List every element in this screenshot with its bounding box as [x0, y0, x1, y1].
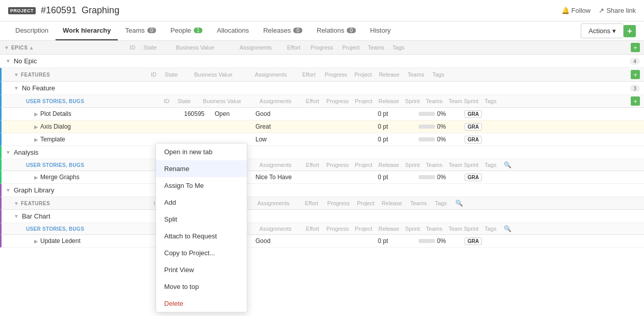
story-project-axis: GRA [460, 120, 496, 133]
bar-chart-expand[interactable]: ▼ [14, 213, 19, 219]
story-row-plot-details: ▶ Plot Details 160595 Open Good 0 pt 0% … [0, 108, 644, 120]
epics-label: EPICS [11, 45, 28, 51]
story-name-update-ledent: ▶ Update Ledent [2, 235, 180, 247]
story-row-merge-graphs: ▶ Merge Graphs Nice To Have 0 pt 0% GRA [0, 171, 644, 184]
story-expand-merge[interactable]: ▶ [34, 175, 38, 180]
col-project: Project [338, 44, 364, 51]
menu-item-assign-to-me[interactable]: Assign To Me [156, 177, 247, 194]
menu-item-rename[interactable]: Rename [156, 160, 247, 177]
page-header: PROJECT #160591 Graphing 🔔 Follow ↗ Shar… [0, 0, 644, 21]
tab-people[interactable]: People 1 [163, 21, 210, 40]
col-state: State [139, 44, 161, 51]
story-bv-template: Low [251, 133, 313, 145]
no-epic-row: ▼ No Epic 4 [0, 55, 644, 68]
menu-item-print-view[interactable]: Print View [156, 261, 247, 278]
no-feature-label: No Feature [22, 84, 55, 92]
graph-lib-expand[interactable]: ▼ [6, 187, 11, 193]
story-name-template: ▶ Template [2, 133, 180, 145]
features-header: ▼ FEATURES ID State Business Value Assig… [0, 68, 644, 82]
context-menu: Open in new tab Rename Assign To Me Add … [156, 143, 247, 306]
epics-expand-icon[interactable]: ▼ [4, 45, 9, 51]
menu-item-delete[interactable]: Delete [156, 295, 247, 306]
no-feature-expand[interactable]: ▼ [14, 85, 19, 91]
story-bv-plot: Good [251, 108, 313, 120]
tab-description[interactable]: Description [8, 21, 56, 40]
tab-history[interactable]: History [363, 21, 398, 40]
epics-section-header: ▼ EPICS ▲ ID State Business Value Assign… [0, 41, 644, 55]
analysis-expand[interactable]: ▼ [6, 150, 11, 155]
features-label: FEATURES [21, 72, 50, 78]
tabs-bar: Description Work hierarchy Teams 0 Peopl… [0, 21, 644, 41]
story-expand-update[interactable]: ▶ [34, 238, 38, 244]
follow-button[interactable]: 🔔 Follow [561, 7, 591, 14]
graph-lib-features-expand[interactable]: ▼ [14, 201, 19, 206]
bell-icon: 🔔 [561, 7, 570, 14]
bar-chart-label: Bar Chart [22, 212, 50, 220]
story-effort-axis: 0 pt [374, 120, 415, 133]
menu-item-attach-to-request[interactable]: Attach to Request [156, 228, 247, 245]
story-expand-axis[interactable]: ▶ [34, 124, 38, 130]
col-effort: Effort [282, 44, 305, 51]
share-button[interactable]: ↗ Share link [599, 7, 636, 14]
no-feature-row: ▼ No Feature 3 [0, 82, 644, 95]
graph-lib-features-header: ▼ FEATURES ID State Business Value Assig… [0, 197, 644, 210]
share-icon: ↗ [599, 7, 604, 14]
story-effort-template: 0 pt [374, 133, 415, 145]
graph-lib-features-label: FEATURES [21, 201, 50, 206]
story-project-plot: GRA [460, 108, 496, 120]
story-expand-plot[interactable]: ▶ [34, 111, 38, 117]
story-progress-axis: 0% [415, 120, 460, 133]
col-tags: Tags [389, 44, 408, 51]
add-feature-button[interactable]: + [631, 70, 640, 79]
menu-item-move-to-top[interactable]: Move to top [156, 278, 247, 295]
story-state-plot: Open [211, 108, 251, 120]
analysis-search-icon[interactable]: 🔍 [504, 161, 512, 169]
add-story-button[interactable]: + [631, 96, 640, 106]
analysis-row: ▼ Analysis [0, 146, 644, 159]
tab-teams[interactable]: Teams 0 [118, 21, 163, 40]
user-stories-label: USER STORIES, BUGS [26, 99, 84, 104]
analysis-stories-header: USER STORIES, BUGS ID State Business Val… [0, 159, 644, 171]
menu-item-add[interactable]: Add [156, 194, 247, 211]
story-id-plot: 160595 [180, 108, 211, 120]
no-epic-expand[interactable]: ▼ [6, 58, 11, 64]
issue-id: #160591 [41, 5, 76, 16]
story-row-axis-dialog: ▶ Axis Dialog Great 0 pt 0% GRA [0, 120, 644, 133]
analysis-label: Analysis [14, 149, 38, 156]
tab-relations[interactable]: Relations 0 [310, 21, 363, 40]
actions-button[interactable]: Actions ▾ [581, 23, 624, 38]
content-area: ▼ EPICS ▲ ID State Business Value Assign… [0, 41, 644, 306]
bar-chart-row: ▼ Bar Chart [0, 210, 644, 223]
analysis-stories-label: USER STORIES, BUGS [26, 162, 84, 168]
no-epic-count: 4 [630, 58, 640, 65]
tab-releases[interactable]: Releases 0 [256, 21, 310, 40]
graph-library-row: ▼ Graph Library [0, 184, 644, 197]
story-row-update-ledent: ▶ Update Ledent Good 0 pt 0% GRA [0, 235, 644, 248]
story-row-template: ▶ Template Low 0 pt 0% GRA [0, 133, 644, 146]
no-epic-label: No Epic [14, 57, 37, 65]
menu-item-open-new-tab[interactable]: Open in new tab [156, 143, 247, 160]
col-teams: Teams [364, 44, 388, 51]
header-actions: 🔔 Follow ↗ Share link [561, 7, 636, 14]
story-name-plot-details: ▶ Plot Details [2, 108, 180, 120]
no-feature-count: 3 [630, 85, 640, 92]
story-progress-plot: 0% [415, 108, 460, 120]
story-progress-template: 0% [415, 133, 460, 145]
features-expand-icon[interactable]: ▼ [14, 72, 19, 78]
story-effort-plot: 0 pt [374, 108, 415, 120]
add-epic-button[interactable]: + [631, 43, 640, 52]
add-main-button[interactable]: + [624, 25, 636, 37]
epics-sort-icon: ▲ [29, 45, 34, 51]
menu-item-copy-to-project[interactable]: Copy to Project... [156, 245, 247, 261]
story-name-axis-dialog: ▶ Axis Dialog [2, 120, 180, 133]
graph-library-label: Graph Library [14, 186, 54, 194]
menu-item-split[interactable]: Split [156, 211, 247, 228]
bar-chart-stories-header: USER STORIES, BUGS ID State Business Val… [0, 223, 644, 235]
col-assign: Assignments [229, 44, 282, 51]
graph-lib-search-icon[interactable]: 🔍 [455, 199, 463, 207]
tab-work-hierarchy[interactable]: Work hierarchy [56, 21, 118, 40]
bar-chart-search-icon[interactable]: 🔍 [504, 225, 512, 233]
chevron-down-icon: ▾ [612, 27, 616, 35]
story-expand-template[interactable]: ▶ [34, 137, 38, 142]
tab-allocations[interactable]: Allocations [210, 21, 256, 40]
